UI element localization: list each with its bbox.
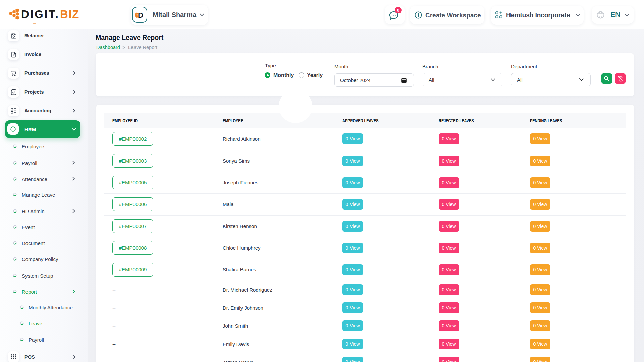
svg-text:D: D [138,11,143,19]
svg-text:BIZ: BIZ [60,8,79,20]
svg-text:DIGIT.: DIGIT. [21,8,60,20]
